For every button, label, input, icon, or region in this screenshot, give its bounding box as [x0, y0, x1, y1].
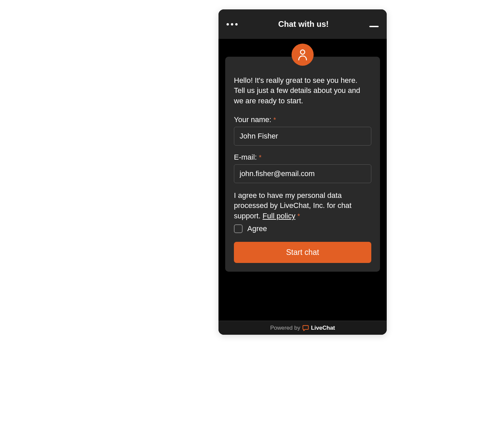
- prechat-form: Hello! It's really great to see you here…: [225, 57, 380, 272]
- powered-by-text: Powered by: [270, 325, 300, 331]
- greeting-text: Hello! It's really great to see you here…: [234, 75, 371, 106]
- chat-header: Chat with us!: [218, 9, 387, 39]
- chat-widget: Chat with us! Hello! It's really great t…: [218, 9, 387, 335]
- email-input[interactable]: [234, 164, 371, 183]
- agree-label: Agree: [247, 224, 267, 233]
- greeting-line-1: Hello! It's really great to see you here…: [234, 76, 358, 85]
- name-input[interactable]: [234, 127, 371, 146]
- greeting-line-2: Tell us just a few details about you and…: [234, 86, 360, 105]
- required-star-icon: *: [298, 212, 300, 220]
- consent-group: I agree to have my personal data process…: [234, 191, 371, 233]
- agree-checkbox[interactable]: [234, 224, 243, 233]
- required-star-icon: *: [259, 154, 262, 161]
- email-label: E-mail: *: [234, 153, 371, 162]
- livechat-logo-icon: [302, 325, 309, 331]
- agree-checkbox-row: Agree: [234, 224, 371, 233]
- name-label: Your name: *: [234, 115, 371, 124]
- minimize-icon[interactable]: [369, 26, 379, 27]
- menu-dots-icon[interactable]: [227, 23, 238, 25]
- person-icon: [297, 49, 308, 61]
- chat-body: Hello! It's really great to see you here…: [218, 39, 387, 321]
- required-star-icon: *: [273, 116, 276, 123]
- brand-name: LiveChat: [311, 325, 335, 331]
- chat-title: Chat with us!: [278, 19, 329, 29]
- name-field-group: Your name: *: [234, 115, 371, 146]
- svg-point-0: [301, 50, 305, 54]
- start-chat-button[interactable]: Start chat: [234, 242, 371, 263]
- chat-footer[interactable]: Powered by LiveChat: [218, 321, 387, 335]
- avatar: [292, 44, 314, 66]
- policy-link[interactable]: Full policy: [263, 212, 296, 220]
- email-field-group: E-mail: *: [234, 153, 371, 183]
- consent-text: I agree to have my personal data process…: [234, 191, 371, 221]
